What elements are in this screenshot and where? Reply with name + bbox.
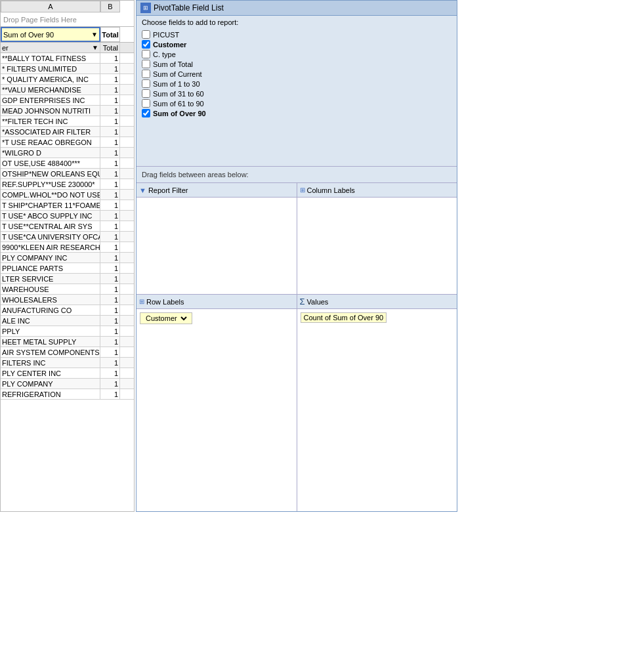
- cell-value: 1: [100, 106, 120, 116]
- field-item-sum1to30[interactable]: Sum of 1 to 30: [142, 79, 452, 88]
- customer-field-tag[interactable]: Customer: [140, 312, 192, 324]
- table-row: *WILGRO D 1: [1, 148, 134, 158]
- cell-value: 1: [100, 95, 120, 105]
- report-filter-body[interactable]: [136, 198, 297, 294]
- cell-name: REF.SUPPLY**USE 230000*: [1, 179, 100, 189]
- table-row: REFRIGERATION 1: [1, 389, 134, 400]
- cell-name: FILTERS INC: [1, 358, 100, 368]
- table-row: 9900*KLEEN AIR RESEARCH 1: [1, 242, 134, 253]
- filter-row: Sum of Over 90 ▼ Total: [1, 27, 134, 43]
- field-item-sumover90[interactable]: Sum of Over 90: [142, 109, 452, 117]
- table-row: REF.SUPPLY**USE 230000* 1: [1, 179, 134, 190]
- field-item-sum61to90[interactable]: Sum of 61 to 90: [142, 99, 452, 108]
- field-checkbox-ctype[interactable]: [142, 50, 150, 58]
- cell-value: 1: [100, 158, 120, 168]
- field-item-sumcurrent[interactable]: Sum of Current: [142, 70, 452, 78]
- row-labels-body[interactable]: Customer: [136, 309, 297, 511]
- cell-value: 1: [100, 305, 120, 315]
- pivot-lower: Drag fields between areas below: ▼ Repor…: [136, 167, 457, 511]
- table-row: AIR SYSTEM COMPONENTS 1: [1, 347, 134, 358]
- cell-name: PLY CENTER INC: [1, 368, 100, 378]
- top-drag-areas: ▼ Report Filter ⊞ Column Labels: [136, 183, 457, 295]
- values-field-tag[interactable]: Count of Sum of Over 90: [301, 312, 387, 323]
- table-row: T SHIP*CHAPTER 11*FOAMEX 1: [1, 200, 134, 211]
- cell-value: 1: [100, 53, 120, 63]
- cell-name: LTER SERVICE: [1, 274, 100, 284]
- table-row: **FILTER TECH INC 1: [1, 116, 134, 127]
- cell-value: 1: [100, 389, 120, 399]
- row-header-arrow[interactable]: ▼: [92, 44, 98, 51]
- field-item-picust[interactable]: PICUST: [142, 30, 452, 39]
- cell-value: 1: [100, 242, 120, 252]
- table-row: PLY COMPANY 1: [1, 379, 134, 389]
- filter-dropdown-arrow[interactable]: ▼: [91, 31, 98, 38]
- cell-name: PPLY: [1, 326, 100, 336]
- cell-name: **VALU MERCHANDISE: [1, 85, 100, 94]
- table-row: LTER SERVICE 1: [1, 274, 134, 284]
- field-chooser-section: Choose fields to add to report: PICUSTCu…: [136, 16, 457, 167]
- table-row: WAREHOUSE 1: [1, 284, 134, 295]
- table-row: GDP ENTERPRISES INC 1: [1, 95, 134, 106]
- column-labels-zone[interactable]: ⊞ Column Labels: [297, 183, 457, 294]
- cell-name: *T USE REAAC OBREGON: [1, 137, 100, 147]
- field-label-sum1to30: Sum of 1 to 30: [153, 80, 200, 88]
- cell-value: 1: [100, 379, 120, 388]
- cell-value: 1: [100, 295, 120, 304]
- field-item-ctype[interactable]: C. type: [142, 50, 452, 58]
- cell-name: WAREHOUSE: [1, 284, 100, 294]
- cell-value: 1: [100, 190, 120, 200]
- column-labels-label: Column Labels: [307, 186, 355, 194]
- field-item-sumtotal[interactable]: Sum of Total: [142, 60, 452, 68]
- row-header: er ▼ Total: [1, 43, 134, 53]
- field-checkbox-sum31to60[interactable]: [142, 89, 150, 98]
- table-row: **BALLY TOTAL FITNESS 1: [1, 53, 134, 64]
- field-checkbox-sum1to30[interactable]: [142, 79, 150, 88]
- field-label-sum61to90: Sum of 61 to 90: [153, 100, 204, 108]
- report-filter-label: Report Filter: [148, 186, 188, 194]
- cell-value: 1: [100, 211, 120, 220]
- cell-name: COMPL.WHOL**DO NOT USE: [1, 190, 100, 200]
- field-list: PICUSTCustomerC. typeSum of TotalSum of …: [142, 30, 452, 117]
- table-row: PLY CENTER INC 1: [1, 368, 134, 379]
- pivot-title-icon: ⊞: [140, 3, 151, 13]
- cell-value: 1: [100, 74, 120, 84]
- row-labels-icon: ⊞: [139, 298, 144, 305]
- cell-name: AIR SYSTEM COMPONENTS: [1, 347, 100, 357]
- cell-value: 1: [100, 179, 120, 189]
- field-checkbox-customer[interactable]: [142, 40, 150, 49]
- field-checkbox-picust[interactable]: [142, 30, 150, 39]
- field-checkbox-sumtotal[interactable]: [142, 60, 150, 68]
- values-body[interactable]: Count of Sum of Over 90: [297, 309, 457, 511]
- field-label-sum31to60: Sum of 31 to 60: [153, 90, 204, 98]
- cell-value: 1: [100, 85, 120, 94]
- field-label-ctype: C. type: [153, 51, 176, 58]
- field-checkbox-sumcurrent[interactable]: [142, 70, 150, 78]
- filter-cell[interactable]: Sum of Over 90 ▼: [1, 27, 100, 42]
- cell-name: PLY COMPANY INC: [1, 253, 100, 262]
- cell-name: REFRIGERATION: [1, 389, 100, 399]
- cell-name: ALE INC: [1, 316, 100, 326]
- drop-zone[interactable]: Drop Page Fields Here: [1, 12, 134, 27]
- values-label: Values: [307, 298, 329, 306]
- row-header-total: Total: [100, 43, 120, 52]
- row-header-name[interactable]: er ▼: [1, 43, 100, 52]
- cell-value: 1: [100, 274, 120, 284]
- cell-value: 1: [100, 284, 120, 294]
- values-zone[interactable]: Σ Values Count of Sum of Over 90: [297, 295, 457, 511]
- row-labels-zone[interactable]: ⊞ Row Labels Customer: [136, 295, 297, 511]
- customer-field-select[interactable]: Customer: [143, 314, 189, 323]
- cell-name: **FILTER TECH INC: [1, 116, 100, 126]
- field-checkbox-sumover90[interactable]: [142, 109, 150, 117]
- field-item-sum31to60[interactable]: Sum of 31 to 60: [142, 89, 452, 98]
- field-checkbox-sum61to90[interactable]: [142, 99, 150, 108]
- cell-name: WHOLESALERS: [1, 295, 100, 304]
- cell-value: 1: [100, 326, 120, 336]
- cell-value: 1: [100, 116, 120, 126]
- cell-name: T SHIP*CHAPTER 11*FOAMEX: [1, 200, 100, 210]
- report-filter-zone[interactable]: ▼ Report Filter: [136, 183, 297, 294]
- cell-value: 1: [100, 221, 120, 231]
- spreadsheet-area: A B Drop Page Fields Here Sum of Over 90…: [0, 0, 135, 512]
- cell-name: * QUALITY AMERICA, INC: [1, 74, 100, 84]
- field-item-customer[interactable]: Customer: [142, 40, 452, 49]
- column-labels-body[interactable]: [297, 198, 457, 294]
